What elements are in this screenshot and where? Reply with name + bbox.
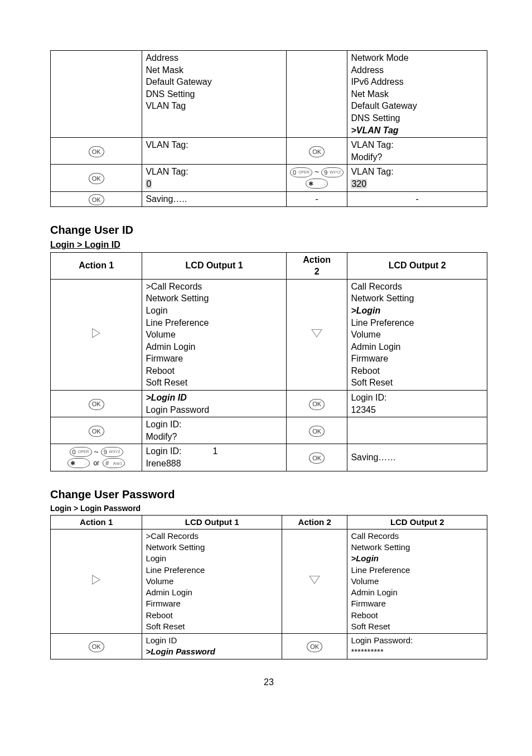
key-star-icon: ✱. - <box>67 458 90 468</box>
ok-icon: OK <box>307 641 322 652</box>
table-header: LCD Output 2 <box>347 252 487 279</box>
login-id-table: Action 1 LCD Output 1 Action 2 LCD Outpu… <box>50 252 487 471</box>
keypad-icons: 0OPER ~ 9WXYZ ✱. - or #A/a/1 <box>54 447 138 469</box>
lcd-output-cell: Login ID: Modify? <box>142 417 286 444</box>
ok-icon: OK <box>309 426 325 437</box>
login-password-table: Action 1 LCD Output 1 Action 2 LCD Outpu… <box>50 515 487 659</box>
keypad-icons: 0OPER ~ 9WXYZ ✱. - <box>290 167 344 189</box>
ok-icon: OK <box>89 146 104 157</box>
section-heading: Change User ID <box>50 223 487 238</box>
table-header: LCD Output 1 <box>142 252 286 279</box>
action-cell <box>286 51 347 138</box>
lcd-output-cell: Network Mode Address IPv6 Address Net Ma… <box>347 51 487 138</box>
section-heading: Change User Password <box>50 487 487 502</box>
lcd-output-cell: Login ID: 12345 <box>347 391 487 417</box>
ok-icon: OK <box>309 146 325 157</box>
table-header: Action 2 <box>286 252 347 279</box>
vlan-table: Address Net Mask Default Gateway DNS Set… <box>50 50 487 207</box>
nav-right-icon <box>92 575 100 585</box>
ok-icon: OK <box>89 399 104 410</box>
lcd-output-cell: VLAN Tag: 0 <box>142 165 286 191</box>
nav-right-icon <box>92 328 100 338</box>
table-header: Action 1 <box>51 515 142 529</box>
lcd-output-cell: Saving…… <box>347 444 487 471</box>
action-cell: - <box>286 191 347 206</box>
key-0-icon: 0OPER <box>70 447 92 457</box>
lcd-output-cell: >Call Records Network Setting Login Line… <box>142 529 282 633</box>
key-9-icon: 9WXYZ <box>101 447 123 457</box>
nav-down-icon <box>311 329 322 338</box>
table-header: LCD Output 1 <box>142 515 282 529</box>
lcd-output-cell: Login Password: ********** <box>347 634 487 659</box>
lcd-output-cell: Login ID:1 Irene888 <box>142 444 286 471</box>
lcd-output-cell: Address Net Mask Default Gateway DNS Set… <box>142 51 286 138</box>
table-header: Action 1 <box>51 252 142 279</box>
lcd-output-cell: VLAN Tag: Modify? <box>347 138 487 165</box>
lcd-output-cell: >Login ID Login Password <box>142 391 286 417</box>
key-hash-icon: #A/a/1 <box>103 458 125 468</box>
lcd-output-cell: - <box>347 191 487 206</box>
ok-icon: OK <box>309 452 325 464</box>
table-header: LCD Output 2 <box>347 515 487 529</box>
table-header: Action 2 <box>282 515 347 529</box>
key-9-icon: 9WXYZ <box>321 167 344 177</box>
key-star-icon: ✱. - <box>306 179 328 189</box>
lcd-output-cell: VLAN Tag: 320 <box>347 165 487 191</box>
ok-icon: OK <box>89 194 104 205</box>
lcd-output-cell: Saving….. <box>142 191 286 206</box>
page-number: 23 <box>50 676 487 688</box>
nav-down-icon <box>309 576 320 584</box>
lcd-output-cell: VLAN Tag: <box>142 138 286 165</box>
ok-icon: OK <box>89 426 104 437</box>
lcd-output-cell <box>347 417 487 444</box>
breadcrumb: Login > Login Password <box>50 503 487 514</box>
lcd-output-cell: Login ID >Login Password <box>142 634 282 659</box>
lcd-output-cell: >Call Records Network Setting Login Line… <box>142 279 286 390</box>
lcd-output-cell: Call Records Network Setting >Login Line… <box>347 529 487 633</box>
key-0-icon: 0OPER <box>290 167 312 177</box>
ok-icon: OK <box>89 173 104 184</box>
action-cell <box>51 51 142 138</box>
breadcrumb: Login > Login ID <box>50 239 487 251</box>
ok-icon: OK <box>309 399 325 410</box>
ok-icon: OK <box>89 641 104 652</box>
lcd-output-cell: Call Records Network Setting >Login Line… <box>347 279 487 390</box>
